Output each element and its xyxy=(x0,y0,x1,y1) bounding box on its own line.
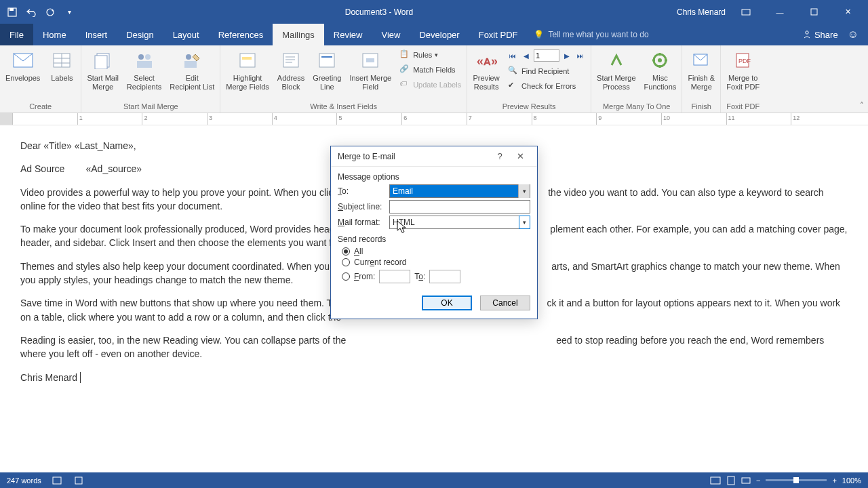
tab-mailings[interactable]: Mailings xyxy=(273,24,324,45)
highlight-merge-fields-button[interactable]: Highlight Merge Fields xyxy=(223,47,272,92)
to-input[interactable] xyxy=(429,270,460,283)
tab-view[interactable]: View xyxy=(372,24,410,45)
view-print-icon[interactable] xyxy=(726,476,736,485)
misc-functions-button[interactable]: Misc Functions xyxy=(642,47,679,92)
tell-me[interactable]: 💡 Tell me what you want to do xyxy=(527,24,802,45)
envelopes-button[interactable]: Envelopes xyxy=(3,47,43,84)
chevron-down-icon[interactable]: ▾ xyxy=(518,184,530,198)
dialog-close-icon[interactable]: ✕ xyxy=(510,151,530,161)
group-start-mail-merge: Start Mail Merge Select Recipients Edit … xyxy=(81,45,220,113)
svg-rect-1 xyxy=(9,8,14,11)
svg-point-14 xyxy=(145,54,151,60)
tab-review[interactable]: Review xyxy=(324,24,372,45)
radio-current[interactable]: Current record xyxy=(342,258,530,267)
share-button[interactable]: Share xyxy=(802,30,838,40)
radio-icon xyxy=(342,258,350,266)
greeting-line-button[interactable]: Greeting Line xyxy=(310,47,344,92)
tab-layout[interactable]: Layout xyxy=(163,24,209,45)
svg-rect-12 xyxy=(95,56,107,69)
merge-to-foxit-button[interactable]: PDF Merge to Foxit PDF xyxy=(724,47,762,92)
cancel-button[interactable]: Cancel xyxy=(480,296,530,310)
tab-design[interactable]: Design xyxy=(117,24,163,45)
labels-button[interactable]: Labels xyxy=(45,47,78,84)
dialog-help-icon[interactable]: ? xyxy=(490,151,510,161)
start-mail-merge-button[interactable]: Start Mail Merge xyxy=(84,47,121,92)
radio-all[interactable]: All xyxy=(342,247,530,256)
last-record-icon[interactable]: ⏭ xyxy=(574,49,587,62)
group-write-insert: Highlight Merge Fields Address Block Gre… xyxy=(220,45,467,113)
tab-home[interactable]: Home xyxy=(33,24,76,45)
svg-rect-36 xyxy=(711,477,720,484)
zoom-level[interactable]: 100% xyxy=(842,476,861,485)
minimize-icon[interactable]: — xyxy=(766,2,793,22)
group-finish: Finish & Merge Finish xyxy=(682,45,721,113)
zoom-in-icon[interactable]: + xyxy=(832,476,836,485)
status-bar: 247 words − + 100% xyxy=(0,472,868,488)
lightbulb-icon: 💡 xyxy=(534,30,544,39)
next-record-icon[interactable]: ▶ xyxy=(561,49,573,62)
maximize-icon[interactable] xyxy=(800,2,827,22)
title-bar: ▾ Document3 - Word Chris Menard — ✕ xyxy=(0,0,868,24)
find-recipient-button[interactable]: 🔍Find Recipient xyxy=(505,64,588,78)
svg-point-16 xyxy=(186,54,191,60)
radio-icon[interactable] xyxy=(342,272,350,281)
qat-customize-icon[interactable]: ▾ xyxy=(64,7,75,18)
zoom-slider[interactable] xyxy=(766,479,827,481)
prev-record-icon[interactable]: ◀ xyxy=(520,49,532,62)
group-merge-many: Start Merge Process Misc Functions Merge… xyxy=(591,45,682,113)
horizontal-ruler[interactable]: 123456789101112 xyxy=(0,113,868,125)
svg-rect-15 xyxy=(137,61,152,68)
ribbon: Envelopes Labels Create Start Mail Merge… xyxy=(0,45,868,113)
match-fields-button[interactable]: 🔗Match Fields xyxy=(397,63,464,77)
rules-button[interactable]: 📋Rules ▾ xyxy=(397,48,464,62)
mail-format-dropdown[interactable]: HTML ▾ xyxy=(389,216,530,229)
record-number-input[interactable] xyxy=(534,49,559,62)
from-input[interactable] xyxy=(379,270,410,283)
insert-merge-field-button[interactable]: Insert Merge Field xyxy=(347,47,394,92)
emoji-feedback-icon[interactable]: ☺ xyxy=(848,28,859,41)
address-block-button[interactable]: Address Block xyxy=(275,47,307,92)
collapse-ribbon-icon[interactable]: ˄ xyxy=(860,101,864,110)
account-name[interactable]: Chris Menard xyxy=(677,7,726,17)
macro-icon[interactable] xyxy=(74,476,83,485)
group-preview-results: «ᴀ» Preview Results ⏮ ◀ ▶ ⏭ 🔍Find Recipi… xyxy=(467,45,591,113)
redo-icon[interactable] xyxy=(45,7,56,18)
select-recipients-button[interactable]: Select Recipients xyxy=(124,47,164,92)
view-read-icon[interactable] xyxy=(710,476,721,485)
svg-point-5 xyxy=(806,31,808,34)
tab-references[interactable]: References xyxy=(209,24,273,45)
to-dropdown[interactable]: Email ▾ xyxy=(389,184,530,198)
spellcheck-icon[interactable] xyxy=(52,476,63,485)
chevron-down-icon[interactable]: ▾ xyxy=(519,216,530,229)
tab-insert[interactable]: Insert xyxy=(76,24,117,45)
send-records-label: Send records xyxy=(338,235,530,244)
subject-input[interactable] xyxy=(389,200,530,214)
tab-file[interactable]: File xyxy=(0,24,33,45)
group-create: Envelopes Labels Create xyxy=(0,45,81,113)
from-label: From: xyxy=(354,272,375,281)
finish-merge-button[interactable]: Finish & Merge xyxy=(685,47,717,92)
first-record-icon[interactable]: ⏮ xyxy=(507,49,519,62)
start-merge-process-button[interactable]: Start Merge Process xyxy=(594,47,638,92)
ok-button[interactable]: OK xyxy=(422,296,472,310)
merge-to-email-dialog: Merge to E-mail ? ✕ Message options To: … xyxy=(330,146,538,319)
svg-point-30 xyxy=(658,58,662,62)
tab-developer[interactable]: Developer xyxy=(410,24,469,45)
ribbon-display-icon[interactable] xyxy=(732,2,760,22)
tab-foxit[interactable]: Foxit PDF xyxy=(469,24,528,45)
svg-rect-17 xyxy=(184,61,197,68)
view-web-icon[interactable] xyxy=(741,476,751,485)
ribbon-tabs: File Home Insert Design Layout Reference… xyxy=(0,24,868,45)
word-count[interactable]: 247 words xyxy=(7,476,41,485)
preview-results-button[interactable]: «ᴀ» Preview Results xyxy=(470,47,502,92)
undo-icon[interactable] xyxy=(26,7,37,18)
edit-recipient-list-button[interactable]: Edit Recipient List xyxy=(167,47,217,92)
zoom-out-icon[interactable]: − xyxy=(756,476,760,485)
check-errors-button[interactable]: ✔Check for Errors xyxy=(505,79,588,93)
save-icon[interactable] xyxy=(7,7,18,18)
close-icon[interactable]: ✕ xyxy=(834,2,861,22)
signature-line: Chris Menard xyxy=(20,371,848,384)
svg-rect-38 xyxy=(742,478,750,483)
update-labels-button: 🏷Update Labels xyxy=(397,78,464,92)
window-title: Document3 - Word xyxy=(81,7,677,17)
